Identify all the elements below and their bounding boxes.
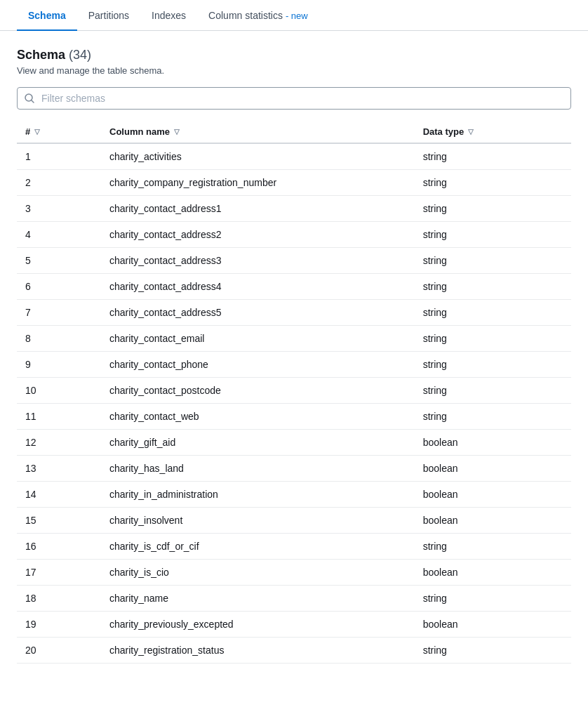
cell-row-num: 13	[17, 456, 101, 482]
cell-row-num: 18	[17, 586, 101, 612]
table-row: 15charity_insolventboolean	[17, 508, 571, 534]
cell-column-name: charity_contact_postcode	[101, 378, 415, 404]
table-row: 13charity_has_landboolean	[17, 456, 571, 482]
new-badge-label: - new	[286, 11, 308, 21]
cell-row-num: 10	[17, 378, 101, 404]
main-container: Schema Partitions Indexes Column statist…	[0, 0, 588, 719]
sort-icon-num: ▽	[34, 128, 40, 136]
cell-row-num: 15	[17, 508, 101, 534]
schema-content: Schema (34) View and manage the table sc…	[0, 31, 588, 664]
table-row: 12charity_gift_aidboolean	[17, 430, 571, 456]
cell-row-num: 3	[17, 196, 101, 222]
sort-icon-data-type: ▽	[468, 128, 474, 136]
col-header-data-type[interactable]: Data type ▽	[415, 121, 571, 143]
table-row: 1charity_activitiesstring	[17, 143, 571, 170]
table-row: 9charity_contact_phonestring	[17, 352, 571, 378]
table-row: 8charity_contact_emailstring	[17, 326, 571, 352]
cell-row-num: 4	[17, 222, 101, 248]
cell-data-type: string	[415, 352, 571, 378]
table-row: 19charity_previously_exceptedboolean	[17, 612, 571, 638]
cell-column-name: charity_contact_address5	[101, 300, 415, 326]
schema-table: # ▽ Column name ▽ Data type ▽	[17, 121, 571, 664]
tab-partitions[interactable]: Partitions	[77, 0, 140, 31]
schema-subtitle: View and manage the table schema.	[17, 65, 571, 76]
table-row: 2charity_company_registration_numberstri…	[17, 170, 571, 196]
table-row: 20charity_registration_statusstring	[17, 638, 571, 664]
cell-data-type: string	[415, 170, 571, 196]
tab-column-statistics[interactable]: Column statistics - new	[197, 0, 319, 31]
cell-column-name: charity_registration_status	[101, 638, 415, 664]
cell-data-type: string	[415, 378, 571, 404]
cell-column-name: charity_name	[101, 586, 415, 612]
cell-data-type: boolean	[415, 430, 571, 456]
cell-column-name: charity_contact_phone	[101, 352, 415, 378]
cell-data-type: string	[415, 638, 571, 664]
schema-count: (34)	[69, 48, 91, 62]
col-header-column-name[interactable]: Column name ▽	[101, 121, 415, 143]
cell-column-name: charity_contact_address2	[101, 222, 415, 248]
cell-row-num: 20	[17, 638, 101, 664]
cell-column-name: charity_is_cdf_or_cif	[101, 534, 415, 560]
search-input[interactable]	[17, 87, 571, 110]
table-row: 10charity_contact_postcodestring	[17, 378, 571, 404]
cell-column-name: charity_in_administration	[101, 482, 415, 508]
cell-column-name: charity_contact_address1	[101, 196, 415, 222]
cell-column-name: charity_contact_address3	[101, 248, 415, 274]
table-row: 3charity_contact_address1string	[17, 196, 571, 222]
cell-row-num: 17	[17, 560, 101, 586]
cell-row-num: 16	[17, 534, 101, 560]
search-icon	[24, 93, 35, 104]
cell-data-type: boolean	[415, 482, 571, 508]
cell-data-type: string	[415, 222, 571, 248]
cell-column-name: charity_activities	[101, 143, 415, 170]
col-header-num[interactable]: # ▽	[17, 121, 101, 143]
table-row: 11charity_contact_webstring	[17, 404, 571, 430]
cell-data-type: string	[415, 196, 571, 222]
search-container	[17, 87, 571, 110]
cell-data-type: string	[415, 326, 571, 352]
cell-data-type: string	[415, 300, 571, 326]
table-row: 16charity_is_cdf_or_cifstring	[17, 534, 571, 560]
cell-data-type: boolean	[415, 560, 571, 586]
table-row: 14charity_in_administrationboolean	[17, 482, 571, 508]
cell-row-num: 5	[17, 248, 101, 274]
tab-bar: Schema Partitions Indexes Column statist…	[0, 0, 588, 31]
table-row: 4charity_contact_address2string	[17, 222, 571, 248]
cell-data-type: string	[415, 248, 571, 274]
cell-data-type: boolean	[415, 456, 571, 482]
cell-row-num: 1	[17, 143, 101, 170]
cell-row-num: 7	[17, 300, 101, 326]
cell-row-num: 11	[17, 404, 101, 430]
cell-data-type: boolean	[415, 508, 571, 534]
cell-row-num: 8	[17, 326, 101, 352]
cell-column-name: charity_contact_address4	[101, 274, 415, 300]
cell-column-name: charity_previously_excepted	[101, 612, 415, 638]
cell-column-name: charity_contact_email	[101, 326, 415, 352]
schema-heading: Schema (34)	[17, 48, 571, 62]
cell-row-num: 6	[17, 274, 101, 300]
cell-data-type: string	[415, 143, 571, 170]
cell-column-name: charity_has_land	[101, 456, 415, 482]
table-row: 18charity_namestring	[17, 586, 571, 612]
tab-indexes[interactable]: Indexes	[140, 0, 197, 31]
table-header-row: # ▽ Column name ▽ Data type ▽	[17, 121, 571, 143]
cell-row-num: 19	[17, 612, 101, 638]
cell-data-type: string	[415, 274, 571, 300]
tab-schema[interactable]: Schema	[17, 0, 77, 31]
cell-column-name: charity_is_cio	[101, 560, 415, 586]
cell-column-name: charity_contact_web	[101, 404, 415, 430]
table-row: 5charity_contact_address3string	[17, 248, 571, 274]
table-body: 1charity_activitiesstring2charity_compan…	[17, 143, 571, 664]
cell-data-type: string	[415, 534, 571, 560]
table-row: 6charity_contact_address4string	[17, 274, 571, 300]
cell-column-name: charity_gift_aid	[101, 430, 415, 456]
svg-line-1	[32, 100, 34, 103]
cell-row-num: 9	[17, 352, 101, 378]
cell-data-type: boolean	[415, 612, 571, 638]
sort-icon-column-name: ▽	[174, 128, 180, 136]
cell-column-name: charity_insolvent	[101, 508, 415, 534]
cell-row-num: 14	[17, 482, 101, 508]
cell-data-type: string	[415, 404, 571, 430]
table-row: 17charity_is_cioboolean	[17, 560, 571, 586]
table-row: 7charity_contact_address5string	[17, 300, 571, 326]
